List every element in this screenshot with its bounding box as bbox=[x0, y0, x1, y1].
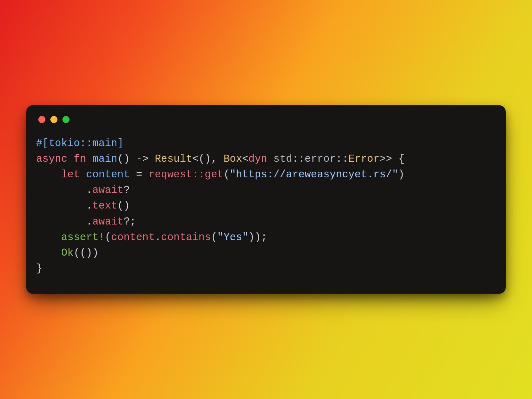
paren-close4: ) bbox=[255, 232, 261, 243]
dot2: . bbox=[155, 232, 161, 243]
lt2: < bbox=[242, 153, 249, 165]
qmark-semi: ? bbox=[123, 216, 130, 228]
attr-open: #[ bbox=[36, 138, 49, 149]
indent bbox=[36, 216, 86, 228]
semicolon: ; bbox=[130, 216, 136, 228]
indent bbox=[36, 232, 61, 243]
fn-name: main bbox=[92, 153, 117, 165]
indent bbox=[36, 247, 61, 259]
semicolon2: ; bbox=[261, 232, 267, 243]
traffic-lights bbox=[36, 116, 496, 123]
paren-close3: ) bbox=[249, 232, 255, 243]
var-content2: content bbox=[111, 232, 155, 243]
type-result: Result bbox=[155, 153, 193, 165]
macro-assert: assert! bbox=[61, 232, 105, 243]
dbl-paren: (()) bbox=[74, 247, 99, 259]
window-close-button[interactable] bbox=[38, 116, 45, 123]
unit: () bbox=[199, 153, 211, 165]
ns-reqwest: reqwest:: bbox=[149, 169, 205, 181]
kw-fn: fn bbox=[74, 153, 86, 165]
indent bbox=[36, 200, 86, 212]
method-contains: contains bbox=[161, 232, 211, 243]
paren-open2: ( bbox=[105, 232, 111, 243]
enum-ok: Ok bbox=[61, 247, 73, 259]
dot: . bbox=[86, 216, 93, 228]
qmark: ? bbox=[123, 184, 130, 196]
comma: , bbox=[211, 153, 223, 165]
paren-empty2: () bbox=[117, 200, 130, 212]
string-url: "https://areweasyncyet.rs/" bbox=[230, 169, 398, 181]
attr-path: tokio::main bbox=[49, 138, 117, 149]
method-await: await bbox=[92, 184, 123, 196]
method-await2: await bbox=[92, 216, 123, 228]
brace-close: } bbox=[36, 263, 43, 275]
eq: = bbox=[130, 169, 149, 181]
kw-dyn: dyn bbox=[249, 153, 267, 165]
kw-let: let bbox=[61, 169, 80, 181]
indent bbox=[36, 184, 86, 196]
paren-open3: ( bbox=[211, 232, 217, 243]
string-yes: "Yes" bbox=[217, 232, 249, 243]
dot: . bbox=[86, 184, 93, 196]
paren-close: ) bbox=[398, 169, 405, 181]
window-zoom-button[interactable] bbox=[62, 116, 70, 123]
window-minimize-button[interactable] bbox=[50, 116, 57, 123]
attr-close: ] bbox=[117, 138, 124, 149]
code-window: #[tokio::main] async fn main() -> Result… bbox=[26, 105, 506, 294]
indent bbox=[36, 169, 61, 181]
arrow: -> bbox=[130, 153, 155, 165]
paren-open: ( bbox=[223, 169, 230, 181]
dot: . bbox=[86, 200, 93, 212]
method-text: text bbox=[92, 200, 117, 212]
kw-async: async bbox=[36, 153, 67, 165]
paren-empty: () bbox=[117, 153, 130, 165]
fn-get: get bbox=[205, 169, 223, 181]
var-content: content bbox=[86, 169, 130, 181]
gt2: >> bbox=[379, 153, 392, 165]
type-error: Error bbox=[348, 153, 379, 165]
type-box: Box bbox=[223, 153, 242, 165]
brace-open: { bbox=[392, 153, 405, 165]
lt: < bbox=[192, 153, 199, 165]
ns-std-error: std::error:: bbox=[273, 153, 348, 165]
code-block: #[tokio::main] async fn main() -> Result… bbox=[36, 136, 496, 277]
